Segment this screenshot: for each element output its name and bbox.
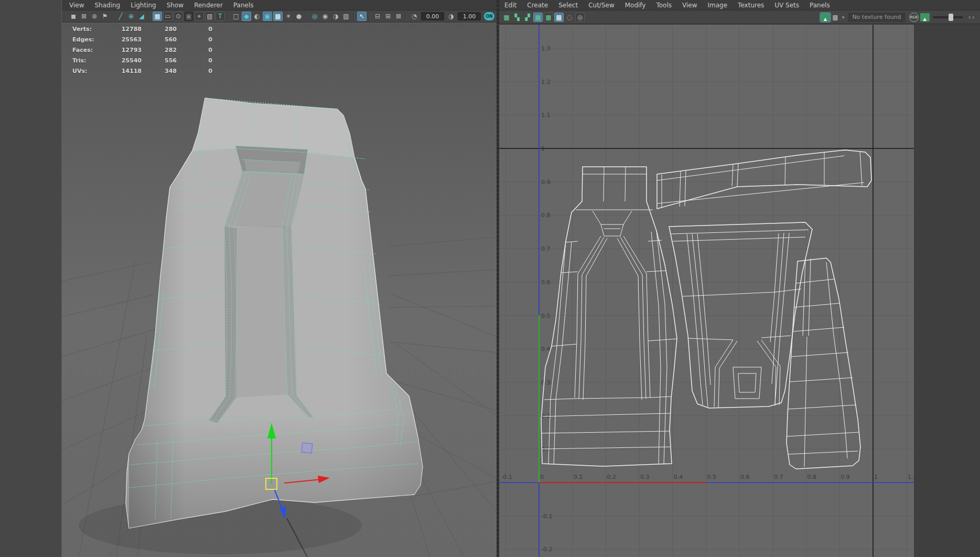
xray-joints-icon[interactable]: ⊠: [394, 12, 403, 21]
camera-attributes-icon[interactable]: ⊛: [90, 12, 99, 21]
grid-toggle-icon[interactable]: ▦: [153, 12, 162, 21]
svg-text:0.7: 0.7: [774, 474, 783, 480]
checker-texture-icon[interactable]: ▩: [831, 13, 840, 22]
uv-menu-textures[interactable]: Textures: [733, 1, 769, 10]
svg-text:1.3: 1.3: [541, 45, 551, 52]
uv-menu-modify[interactable]: Modify: [620, 1, 651, 10]
uv-menu-view[interactable]: View: [677, 1, 702, 10]
svg-text:0.3: 0.3: [541, 379, 551, 386]
hud-row: Verts:127882800: [72, 24, 212, 34]
viewport-menu-panels[interactable]: Panels: [228, 1, 259, 10]
xray-active-icon[interactable]: ⊞: [383, 12, 393, 21]
uv-menu-image[interactable]: Image: [703, 1, 733, 10]
uv-editor-toolbar: ▦▚▞▦▦▩◌◎▲▩▾No texture foundRGB▲››: [499, 10, 980, 24]
panel-left-margin: [0, 0, 62, 557]
uv-editor-canvas[interactable]: 1.31.21.110.90.80.70.60.50.40.30.20.1-0.…: [499, 25, 980, 557]
toolbar-separator: [406, 12, 407, 20]
uv-editor-menubar: EditCreateSelectCut/SewModifyToolsViewIm…: [499, 0, 980, 10]
viewport-menu-renderer[interactable]: Renderer: [189, 1, 228, 10]
svg-text:0.9: 0.9: [541, 179, 551, 186]
svg-text:0.8: 0.8: [541, 212, 551, 219]
toolbar-separator: [353, 12, 354, 20]
uv-editor-pane: EditCreateSelectCut/SewModifyToolsViewIm…: [499, 0, 980, 557]
svg-text:0.2: 0.2: [541, 413, 551, 420]
wireframe-on-shaded-icon[interactable]: ▣: [263, 12, 272, 21]
viewport-menu-shading[interactable]: Shading: [89, 1, 125, 10]
uv-menu-select[interactable]: Select: [553, 1, 583, 10]
uv-canvas-wrap: 1.31.21.110.90.80.70.60.50.40.30.20.1-0.…: [499, 25, 980, 557]
view-transform-toggle[interactable]: ON: [484, 12, 494, 20]
perspective-viewport-pane: ViewShadingLightingShowRendererPanels ◼⊠…: [62, 0, 497, 557]
viewport-3d-canvas[interactable]: [62, 23, 497, 557]
toolbar-separator: [112, 12, 113, 20]
smooth-shaded-mode-icon[interactable]: ◆: [242, 12, 251, 21]
poly-count-hud: Verts:127882800Edges:255635600Faces:1279…: [72, 24, 212, 76]
hud-row: Edges:255635600: [72, 34, 212, 45]
gamma-field[interactable]: 1.00: [458, 12, 481, 20]
plane-handle[interactable]: [301, 443, 313, 453]
safe-action-toggle-icon[interactable]: ▧: [205, 12, 214, 21]
uv-shell-fill-icon[interactable]: ▞: [523, 13, 532, 22]
textured-mode-icon[interactable]: ▩: [273, 12, 283, 21]
uv-menu-uv-sets[interactable]: UV Sets: [769, 1, 804, 10]
shade-uvs-icon[interactable]: ◌: [565, 13, 574, 22]
xray-icon[interactable]: ⊟: [373, 12, 382, 21]
texture-dropdown-caret[interactable]: ▾: [842, 15, 845, 20]
occlusion-icon[interactable]: ◎: [310, 12, 319, 21]
svg-text:-0.1: -0.1: [541, 513, 552, 520]
maya-window: ViewShadingLightingShowRendererPanels ◼⊠…: [0, 0, 980, 557]
hud-toggle-icon[interactable]: T: [216, 12, 225, 21]
select-camera-icon[interactable]: ◼: [69, 12, 78, 21]
hud-row: Tris:255405560: [72, 55, 212, 66]
field-chart-toggle-icon[interactable]: ⌖: [195, 12, 204, 21]
svg-text:0.4: 0.4: [674, 474, 683, 480]
image-display-icon[interactable]: ▲: [920, 13, 930, 22]
flat-shaded-mode-icon[interactable]: ◐: [252, 12, 262, 21]
svg-text:0.5: 0.5: [707, 474, 717, 480]
svg-text:0.3: 0.3: [640, 474, 650, 480]
depth-of-field-icon[interactable]: ▨: [341, 12, 351, 21]
display-image-toggle-icon[interactable]: ▲: [821, 13, 830, 22]
bookmark-icon[interactable]: ⚑: [100, 12, 110, 21]
viewport-menu-lighting[interactable]: Lighting: [125, 1, 161, 10]
shadows-icon[interactable]: ●: [294, 12, 304, 21]
pencil-tool-icon[interactable]: ╱: [116, 12, 125, 21]
zoom-region-icon[interactable]: ⊕: [126, 12, 136, 21]
uv-menu-panels[interactable]: Panels: [804, 1, 835, 10]
svg-text:0.6: 0.6: [740, 474, 750, 480]
svg-text:1: 1: [874, 474, 878, 480]
paint-tool-icon[interactable]: ◢: [137, 12, 146, 21]
slider-handle[interactable]: [949, 14, 953, 21]
use-lights-icon[interactable]: ☀: [284, 12, 293, 21]
image-dim-slider[interactable]: [933, 16, 963, 18]
uv-snapshot-icon[interactable]: ◎: [575, 13, 585, 22]
film-gate-toggle-icon[interactable]: ▭: [163, 12, 173, 21]
exposure-field[interactable]: 0.00: [421, 12, 444, 20]
svg-text:-0.1: -0.1: [501, 474, 512, 480]
uv-distortion-icon[interactable]: ▦: [502, 13, 511, 22]
texture-status-field[interactable]: No texture found: [848, 13, 905, 22]
uv-menu-tools[interactable]: Tools: [651, 1, 677, 10]
tile-labels-toggle-icon[interactable]: ▦: [544, 13, 553, 22]
tile-grid-toggle-icon[interactable]: ▦: [533, 13, 543, 22]
toolbar-expand-icon[interactable]: ››: [968, 13, 976, 21]
exposure-icon[interactable]: ◔: [410, 12, 419, 21]
resolution-gate-toggle-icon[interactable]: ⊙: [174, 12, 183, 21]
lock-camera-icon[interactable]: ⊠: [79, 12, 89, 21]
pixel-grid-toggle-icon[interactable]: ▩: [554, 13, 564, 22]
svg-text:0.1: 0.1: [574, 474, 583, 480]
uv-menu-create[interactable]: Create: [522, 1, 553, 10]
multisample-icon[interactable]: ◑: [331, 12, 340, 21]
wireframe-mode-icon[interactable]: □: [231, 12, 241, 21]
motion-blur-icon[interactable]: ◉: [320, 12, 330, 21]
viewport-menu-show[interactable]: Show: [161, 1, 189, 10]
uv-menu-cut-sew[interactable]: Cut/Sew: [583, 1, 620, 10]
gamma-icon[interactable]: ◑: [446, 12, 456, 21]
gate-mask-toggle-icon[interactable]: ▣: [184, 12, 193, 21]
viewport-menu-view[interactable]: View: [64, 1, 89, 10]
isolate-select-icon[interactable]: ↖: [357, 12, 367, 21]
uv-menu-edit[interactable]: Edit: [499, 1, 522, 10]
rgb-channels-icon[interactable]: RGB: [909, 13, 919, 22]
svg-text:0.7: 0.7: [541, 245, 551, 252]
uv-shell-border-icon[interactable]: ▚: [512, 13, 522, 22]
